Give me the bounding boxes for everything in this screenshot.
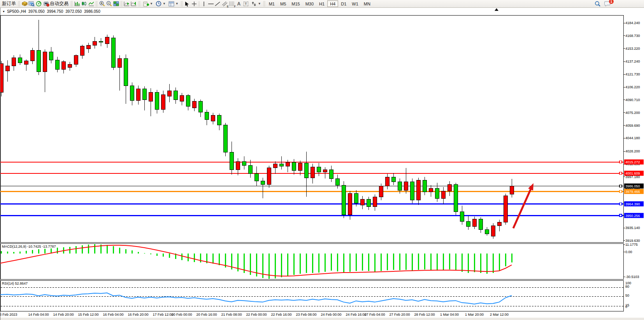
svg-text:50: 50 — [625, 294, 629, 297]
svg-text:4075.200: 4075.200 — [625, 111, 640, 115]
text-label-tool-icon[interactable]: T — [242, 1, 249, 7]
zoom-in-icon[interactable] — [98, 1, 105, 7]
timeframe-button-w1[interactable]: W1 — [349, 0, 361, 7]
search-icon[interactable] — [594, 1, 601, 7]
annotation-arrow[interactable] — [513, 183, 533, 228]
rsi-pane-border — [1, 281, 624, 311]
timeframe-button-h4[interactable]: H4 — [327, 0, 338, 7]
timeframe-button-m1[interactable]: M1 — [266, 0, 277, 7]
svg-text:13 Feb 2023: 13 Feb 2023 — [0, 313, 17, 317]
candle — [485, 230, 489, 234]
navigator-icon[interactable] — [35, 1, 42, 7]
line-chart-mode-icon[interactable] — [88, 1, 95, 7]
market-watch-icon[interactable] — [28, 1, 35, 7]
trendline-tool-icon[interactable] — [214, 1, 221, 7]
candle — [335, 178, 339, 185]
tile-windows-icon[interactable] — [112, 1, 119, 7]
collapse-triangle-icon[interactable]: ▼ — [2, 10, 5, 13]
svg-text:-30.5103: -30.5103 — [625, 275, 639, 279]
toolbar-grip — [120, 1, 123, 7]
timeframe-button-d1[interactable]: D1 — [338, 0, 349, 7]
candle — [317, 167, 321, 172]
ohlc-low: 3972.050 — [65, 9, 82, 14]
candle — [161, 95, 165, 110]
svg-text:24 Feb 16:00: 24 Feb 16:00 — [346, 313, 366, 317]
auto-trading-label: 自动交易 — [50, 0, 68, 7]
level-line-handle[interactable] — [619, 172, 622, 175]
timeframe-button-m5[interactable]: M5 — [277, 0, 289, 7]
vertical-line-tool-icon[interactable] — [200, 1, 207, 7]
candle — [142, 89, 146, 100]
price-axis: 4184.2404168.7304153.2204137.2404121.730… — [623, 21, 640, 243]
candle — [0, 63, 3, 92]
level-line-handle[interactable] — [619, 161, 622, 163]
candle — [323, 170, 327, 172]
candle — [510, 186, 514, 194]
macd-pane: MACD(12,26,9) -10.7425 -13.778711.17750.… — [0, 243, 639, 279]
candle — [298, 163, 302, 170]
timeframe-group: M1M5M15M30H1H4D1W1MN — [266, 0, 373, 7]
candle — [49, 52, 53, 60]
svg-text:4044.180: 4044.180 — [625, 136, 640, 140]
candle — [254, 174, 258, 181]
crosshair-icon[interactable] — [191, 1, 198, 7]
main-toolbar: 新订单 自动交易 ▼ — [0, 0, 644, 8]
candle — [111, 38, 115, 68]
candle — [149, 92, 153, 101]
equidistant-channel-tool-icon[interactable]: E — [221, 1, 228, 7]
text-tool-icon[interactable]: A — [235, 1, 242, 7]
candle — [261, 181, 265, 184]
level-line-handle[interactable] — [619, 203, 622, 205]
chart-area[interactable]: 4184.2404168.7304153.2204137.2404121.730… — [0, 15, 644, 320]
timeframe-button-h1[interactable]: H1 — [316, 0, 327, 7]
candle — [180, 96, 184, 101]
svg-text:4106.220: 4106.220 — [625, 85, 640, 89]
arrows-tool-button[interactable]: ▼ — [249, 0, 262, 7]
indicators-button[interactable]: ▼ — [141, 0, 154, 7]
svg-text:4059.690: 4059.690 — [625, 124, 640, 128]
new-order-button[interactable]: 新订单 — [1, 0, 17, 7]
rsi-line — [0, 293, 512, 304]
level-line-handle[interactable] — [619, 214, 622, 217]
notifications-chat-icon[interactable]: 1 — [604, 1, 611, 7]
candlestick-mode-icon[interactable] — [81, 1, 88, 7]
toolbar-grip — [181, 1, 183, 7]
bar-chart-mode-icon[interactable] — [74, 1, 81, 7]
price-chart[interactable]: 4184.2404168.7304153.2204137.2404121.730… — [0, 15, 644, 320]
auto-trading-button[interactable]: 自动交易 — [42, 0, 70, 7]
rsi-label: RSI(14) 52.8647 — [2, 282, 28, 285]
timeframe-button-m30[interactable]: M30 — [303, 0, 316, 7]
candle — [286, 162, 290, 166]
chart-shift-icon[interactable] — [130, 1, 137, 7]
candle — [61, 62, 65, 69]
periods-button[interactable]: ▼ — [154, 0, 167, 7]
cursor-icon[interactable] — [184, 1, 191, 7]
svg-text:22 Feb 16:00: 22 Feb 16:00 — [271, 313, 291, 317]
profiles-icon[interactable] — [21, 1, 28, 7]
template-icon — [168, 1, 175, 7]
fibonacci-tool-icon[interactable]: F — [228, 1, 235, 7]
candle — [86, 45, 90, 49]
candle — [410, 182, 414, 200]
templates-button[interactable]: ▼ — [167, 0, 180, 7]
candle — [37, 50, 40, 72]
zoom-out-icon[interactable] — [105, 1, 112, 7]
svg-text:28 Feb 12:00: 28 Feb 12:00 — [414, 313, 435, 317]
candle — [304, 163, 308, 178]
auto-scroll-icon[interactable] — [123, 1, 130, 7]
horizontal-line-tool-icon[interactable] — [207, 1, 214, 7]
chart-window-header[interactable]: ▼ SP500-,H4 3976.050 3994.750 3972.050 3… — [0, 8, 644, 15]
level-line-handle[interactable] — [619, 190, 622, 192]
svg-text:11.1775: 11.1775 — [625, 243, 638, 247]
timeframe-button-m15[interactable]: M15 — [289, 0, 302, 7]
svg-text:14 Feb 04:00: 14 Feb 04:00 — [28, 313, 49, 317]
toolbar-grip — [70, 1, 73, 7]
candle — [460, 212, 464, 221]
notification-badge: 1 — [609, 0, 614, 4]
level-line-handle[interactable] — [619, 185, 622, 187]
candle — [230, 152, 233, 170]
main-pane-border — [1, 16, 624, 243]
candle — [466, 222, 470, 227]
timeframe-button-mn[interactable]: MN — [361, 0, 373, 7]
svg-text:4121.730: 4121.730 — [625, 72, 640, 76]
